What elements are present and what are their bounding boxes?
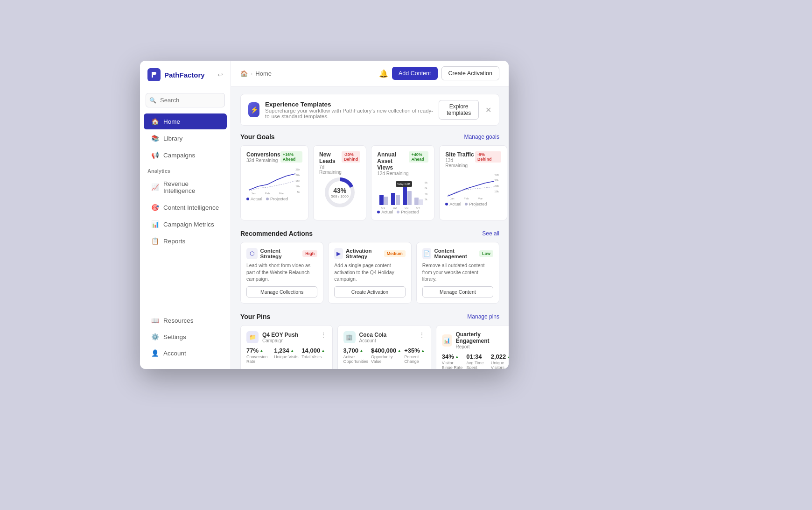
svg-text:Q2: Q2 xyxy=(393,206,397,209)
action-title-wrap: ⬡ Content Strategy xyxy=(246,248,302,259)
goal-card-header-conversions: Conversions 32d Remaining +16% Ahead xyxy=(246,151,302,163)
nav-resources-label: Resources xyxy=(163,317,194,324)
pins-section-header: Your Pins Manage pins xyxy=(240,313,499,320)
action-btn-activation-strategy[interactable]: Create Activation xyxy=(334,286,405,298)
goal-card-conversions: Conversions 32d Remaining +16% Ahead 25k… xyxy=(240,145,308,220)
action-btn-content-management[interactable]: Manage Content xyxy=(422,286,493,298)
actions-section-header: Recommended Actions See all xyxy=(240,230,499,237)
pin-metric-qe-1: 01:34 Avg Time Spent xyxy=(466,353,488,369)
pin-metric-q4-1: 1,234▲ Unique Visits xyxy=(274,347,299,364)
header-actions: 🔔 Add Content Create Activation xyxy=(379,66,499,80)
goal-chart-new-leads: 43% 568 / 1000 xyxy=(319,178,360,206)
pins-title: Your Pins xyxy=(240,313,270,320)
goal-name-asset-views: Annual Asset Views xyxy=(377,151,409,171)
create-activation-button[interactable]: Create Activation xyxy=(441,66,500,80)
goal-badge-conversions: +16% Ahead xyxy=(280,151,302,163)
goal-name-site-traffic: Site Traffic xyxy=(445,151,475,158)
svg-text:2k: 2k xyxy=(425,198,428,201)
nav-resources[interactable]: 📖 Resources xyxy=(144,312,227,328)
explore-templates-button[interactable]: Explore templates xyxy=(439,100,479,120)
metric-up-q4-0: ▲ xyxy=(259,348,264,353)
goal-card-header-asset-views: Annual Asset Views 12d Remaining +40% Ah… xyxy=(377,151,428,176)
actions-title: Recommended Actions xyxy=(240,230,313,237)
goal-remaining-asset-views: 12d Remaining xyxy=(377,171,409,176)
metric-up-q4-1: ▲ xyxy=(290,348,294,353)
pin-metric-cc-0: 3,700▲ Active Opportunities xyxy=(343,347,369,364)
exp-banner-right: Explore templates ✕ xyxy=(439,100,491,120)
pin-info-quarterly: Quarterly Engagement Report xyxy=(456,331,506,349)
goal-name-conversions: Conversions xyxy=(246,151,280,158)
goal-card-new-leads: New Leads 7d Remaining -20% Behind 43% 5… xyxy=(313,145,366,220)
svg-rect-19 xyxy=(407,191,412,205)
logo-text: PathFactory xyxy=(164,71,205,79)
search-icon: 🔍 xyxy=(149,97,156,104)
close-banner-button[interactable]: ✕ xyxy=(485,106,491,114)
action-card-content-management: 📄 Content Management Low Remove all outd… xyxy=(416,242,499,304)
pin-menu-coca-cola[interactable]: ⋮ xyxy=(419,331,425,339)
action-desc-content-strategy: Lead with short form video as part of th… xyxy=(246,262,317,283)
donut-pct: 43% xyxy=(331,187,349,194)
priority-badge-content-strategy: High xyxy=(302,250,317,257)
donut-sub: 568 / 1000 xyxy=(331,194,349,198)
metric-value-q4-1: 1,234▲ xyxy=(274,347,299,354)
pin-metric-q4-2: 14,000▲ Total Visits xyxy=(301,347,326,364)
nav-library[interactable]: 📚 Library xyxy=(144,130,227,146)
pin-title-quarterly: 📊 Quarterly Engagement Report xyxy=(442,331,506,349)
logo-icon xyxy=(147,68,161,81)
library-icon: 📚 xyxy=(151,135,159,142)
action-btn-content-strategy[interactable]: Manage Collections xyxy=(246,286,317,298)
manage-pins-link[interactable]: Manage pins xyxy=(467,313,499,320)
sidebar-bottom: 📖 Resources ⚙️ Settings 👤 Account xyxy=(140,308,231,361)
account-icon: 👤 xyxy=(151,349,159,357)
svg-text:Mar: Mar xyxy=(279,192,284,195)
nav-campaigns-label: Campaigns xyxy=(163,152,195,159)
pin-name-quarterly: Quarterly Engagement xyxy=(456,331,506,344)
nav-account-label: Account xyxy=(163,350,186,357)
goal-badge-asset-views: +40% Ahead xyxy=(409,151,428,163)
priority-badge-activation-strategy: Medium xyxy=(384,250,406,257)
collapse-icon[interactable]: ↩ xyxy=(217,71,223,78)
bell-icon[interactable]: 🔔 xyxy=(379,69,388,78)
exp-title: Experience Templates xyxy=(265,101,439,108)
action-name-activation-strategy: Activation Strategy xyxy=(346,248,384,259)
main-content: 🏠 › Home 🔔 Add Content Create Activation… xyxy=(231,61,509,369)
pin-metric-cc-1: $400,000▲ Opportunity Value xyxy=(371,347,401,364)
add-content-button[interactable]: Add Content xyxy=(392,67,438,80)
breadcrumb-separator: › xyxy=(251,70,252,77)
svg-rect-16 xyxy=(391,193,395,205)
nav-content-intelligence[interactable]: 🎯 Content Intelligence xyxy=(144,199,227,215)
pin-metrics-quarterly: 34%▲ Visitor Binge Rate 01:34 Avg Time S… xyxy=(442,353,509,369)
nav-revenue[interactable]: 📈 Revenue Intelligence xyxy=(144,176,227,198)
goal-card-header-new-leads: New Leads 7d Remaining -20% Behind xyxy=(319,151,360,175)
svg-text:Q1: Q1 xyxy=(381,206,385,209)
nav-content-intelligence-label: Content Intelligence xyxy=(163,204,219,211)
pin-menu-quarterly[interactable]: ⋮ xyxy=(506,331,509,339)
svg-text:Feb: Feb xyxy=(265,192,270,195)
goals-grid: Conversions 32d Remaining +16% Ahead 25k… xyxy=(240,145,499,220)
nav-home[interactable]: 🏠 Home xyxy=(144,113,227,129)
action-title-wrap-management: 📄 Content Management xyxy=(422,248,479,259)
nav-campaigns[interactable]: 📢 Campaigns xyxy=(144,147,227,163)
svg-rect-23 xyxy=(419,199,423,205)
pin-menu-q4[interactable]: ⋮ xyxy=(320,331,327,339)
see-all-link[interactable]: See all xyxy=(482,230,499,237)
nav-reports-label: Reports xyxy=(163,238,185,245)
nav-reports[interactable]: 📋 Reports xyxy=(144,233,227,249)
nav-campaign-metrics[interactable]: 📊 Campaign Metrics xyxy=(144,216,227,232)
nav-settings[interactable]: ⚙️ Settings xyxy=(144,329,227,345)
pin-metric-qe-0: 34%▲ Visitor Binge Rate xyxy=(442,353,463,369)
pin-title-q4: 📁 Q4 EOY Push Campaign xyxy=(246,331,298,343)
goal-badge-site-traffic: -9% Behind xyxy=(475,151,501,163)
nav-account[interactable]: 👤 Account xyxy=(144,345,227,361)
svg-text:Mar: Mar xyxy=(478,197,483,200)
pin-name-coca-cola: Coca Cola xyxy=(359,332,387,338)
actions-grid: ⬡ Content Strategy High Lead with short … xyxy=(240,242,499,304)
search-input[interactable] xyxy=(146,93,225,107)
manage-goals-link[interactable]: Manage goals xyxy=(464,134,499,140)
goals-title: Your Goals xyxy=(240,133,275,141)
action-icon-content-management: 📄 xyxy=(422,248,432,259)
nav-settings-label: Settings xyxy=(163,333,186,340)
pin-icon-coca-cola: 🏢 xyxy=(343,331,356,343)
exp-banner-left: ⚡ Experience Templates Supercharge your … xyxy=(248,101,439,119)
pin-card-q4-eoy-push: 📁 Q4 EOY Push Campaign ⋮ 77%▲ Conversion… xyxy=(240,325,333,369)
